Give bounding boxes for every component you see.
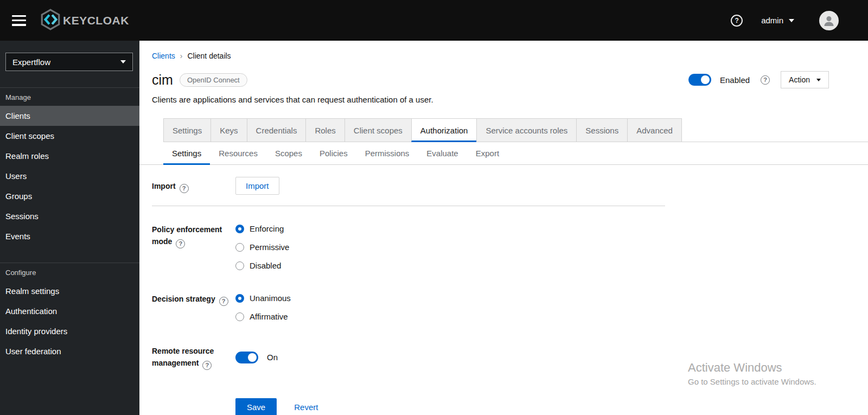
hamburger-menu-icon[interactable] — [12, 15, 26, 26]
keycloak-logo: KEYCLOAK — [39, 8, 129, 33]
subtab-export[interactable]: Export — [467, 142, 508, 164]
user-silhouette-icon — [822, 14, 835, 27]
radio-permissive[interactable]: Permissive — [235, 241, 289, 254]
sidebar-item-user-federation[interactable]: User federation — [0, 341, 139, 361]
radio-disabled[interactable]: Disabled — [235, 259, 289, 272]
keycloak-admin-console: KEYCLOAK ? admin Expertflow — [0, 0, 868, 415]
enabled-toggle[interactable] — [688, 74, 711, 86]
divider — [152, 206, 665, 206]
main-tabs: Settings Keys Credentials Roles Client s… — [163, 118, 868, 142]
watermark-line1: Activate Windows — [688, 361, 816, 375]
breadcrumb-current: Client details — [187, 52, 231, 60]
chevron-down-icon — [789, 19, 794, 22]
import-row: Import? Import — [152, 177, 868, 195]
sidebar-item-users[interactable]: Users — [0, 166, 139, 186]
policy-enforcement-help-icon[interactable]: ? — [176, 239, 185, 248]
masthead: KEYCLOAK ? admin — [0, 0, 868, 41]
revert-button[interactable]: Revert — [294, 403, 318, 412]
action-label: Action — [789, 75, 810, 84]
breadcrumb-separator-icon: › — [180, 52, 183, 60]
tab-sessions[interactable]: Sessions — [576, 118, 628, 142]
radio-icon — [235, 243, 244, 252]
action-dropdown[interactable]: Action — [781, 71, 829, 88]
chevron-down-icon — [816, 79, 821, 81]
nav-section-configure: Configure Realm settings Authentication … — [0, 263, 139, 361]
decision-strategy-label: Decision strategy? — [152, 290, 235, 323]
breadcrumb: Clients › Client details — [152, 52, 868, 60]
masthead-right: ? admin — [731, 11, 839, 30]
protocol-badge: OpenID Connect — [180, 73, 247, 87]
import-label: Import? — [152, 177, 235, 195]
decision-strategy-help-icon[interactable]: ? — [219, 297, 228, 306]
import-button[interactable]: Import — [235, 177, 279, 195]
sidebar-item-authentication[interactable]: Authentication — [0, 301, 139, 321]
sidebar-item-realm-settings[interactable]: Realm settings — [0, 281, 139, 301]
nav-section-label: Configure — [0, 263, 139, 281]
tab-settings[interactable]: Settings — [163, 118, 211, 142]
page-header: cim OpenID Connect Enabled ? Action — [152, 71, 868, 88]
realm-selector[interactable]: Expertflow — [5, 53, 133, 71]
tab-client-scopes[interactable]: Client scopes — [344, 118, 412, 142]
radio-icon — [235, 312, 244, 321]
user-menu[interactable]: admin — [761, 16, 794, 25]
subtab-scopes[interactable]: Scopes — [266, 142, 311, 164]
subtab-settings[interactable]: Settings — [163, 142, 210, 164]
remote-resource-management-label: Remote resource management? — [152, 342, 235, 370]
sidebar-item-client-scopes[interactable]: Client scopes — [0, 126, 139, 146]
masthead-help-icon[interactable]: ? — [731, 15, 743, 27]
nav-section-manage: Manage Clients Client scopes Realm roles… — [0, 87, 139, 246]
subtab-evaluate[interactable]: Evaluate — [418, 142, 467, 164]
sidebar-item-groups[interactable]: Groups — [0, 186, 139, 206]
sidebar: Expertflow Manage Clients Client scopes … — [0, 41, 139, 415]
tab-keys[interactable]: Keys — [210, 118, 247, 142]
client-description: Clients are applications and services th… — [152, 95, 868, 104]
policy-enforcement-radio-group: Enforcing Permissive Disabled — [235, 220, 289, 272]
decision-strategy-row: Decision strategy? Unanimous Affirmative — [152, 290, 868, 323]
subtab-policies[interactable]: Policies — [311, 142, 356, 164]
authorization-sub-tabs: Settings Resources Scopes Policies Permi… — [139, 142, 868, 165]
masthead-left: KEYCLOAK — [7, 8, 129, 33]
brand-text: KEYCLOAK — [63, 14, 129, 27]
radio-icon — [235, 261, 244, 270]
sidebar-item-sessions[interactable]: Sessions — [0, 206, 139, 226]
remote-resource-help-icon[interactable]: ? — [202, 361, 212, 370]
chevron-down-icon — [120, 60, 126, 63]
tab-service-accounts-roles[interactable]: Service accounts roles — [476, 118, 577, 142]
decision-strategy-radio-group: Unanimous Affirmative — [235, 290, 291, 323]
realm-name: Expertflow — [12, 58, 50, 67]
enabled-help-icon[interactable]: ? — [761, 75, 770, 85]
main-content: Clients › Client details cim OpenID Conn… — [139, 41, 868, 415]
subtab-permissions[interactable]: Permissions — [356, 142, 418, 164]
remote-resource-state-label: On — [267, 353, 278, 362]
breadcrumb-link-clients[interactable]: Clients — [152, 52, 175, 60]
tab-authorization[interactable]: Authorization — [411, 118, 477, 142]
avatar[interactable] — [819, 11, 839, 30]
radio-enforcing[interactable]: Enforcing — [235, 222, 289, 235]
save-button[interactable]: Save — [235, 398, 277, 415]
tab-advanced[interactable]: Advanced — [627, 118, 682, 142]
sidebar-item-clients[interactable]: Clients — [0, 106, 139, 126]
remote-resource-control: On — [235, 342, 278, 370]
radio-unanimous[interactable]: Unanimous — [235, 292, 291, 305]
radio-icon — [235, 294, 244, 303]
windows-activation-watermark: Activate Windows Go to Settings to activ… — [688, 361, 816, 386]
sidebar-item-identity-providers[interactable]: Identity providers — [0, 321, 139, 341]
nav-section-label: Manage — [0, 88, 139, 106]
watermark-line2: Go to Settings to activate Windows. — [688, 377, 816, 386]
policy-enforcement-mode-label: Policy enforcement mode? — [152, 220, 235, 272]
sidebar-item-events[interactable]: Events — [0, 226, 139, 246]
tab-roles[interactable]: Roles — [305, 118, 344, 142]
subtab-resources[interactable]: Resources — [210, 142, 266, 164]
sidebar-item-realm-roles[interactable]: Realm roles — [0, 146, 139, 166]
tab-credentials[interactable]: Credentials — [247, 118, 307, 142]
radio-icon — [235, 225, 244, 233]
username-label: admin — [761, 16, 783, 25]
header-controls: Enabled ? Action — [688, 71, 829, 88]
enabled-label: Enabled — [720, 75, 750, 85]
import-help-icon[interactable]: ? — [180, 184, 189, 193]
remote-resource-toggle[interactable] — [235, 352, 258, 363]
page-title: cim — [152, 72, 173, 88]
keycloak-logo-icon — [39, 8, 63, 33]
radio-affirmative[interactable]: Affirmative — [235, 310, 291, 323]
policy-enforcement-mode-row: Policy enforcement mode? Enforcing Permi… — [152, 220, 868, 272]
